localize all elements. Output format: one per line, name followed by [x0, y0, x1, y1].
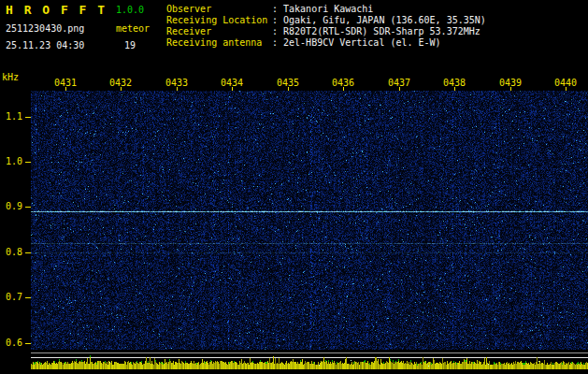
station-info-block: Observer:Takanori KawachiReceiving Locat…: [166, 4, 486, 49]
x-tick: [343, 87, 344, 91]
y-tick: [25, 252, 31, 253]
y-tick-label: 1.0: [2, 156, 22, 166]
info-separator: :: [272, 37, 278, 48]
signal-level-strip-canvas: [31, 352, 588, 372]
hrofft-window: H R O F F T 1.0.0 2511230430.png meteor …: [0, 0, 588, 374]
x-tick: [399, 87, 400, 91]
info-value: Ogaki, Gifu, JAPAN (136.60E, 35.35N): [283, 15, 486, 25]
datetime-label: 25.11.23 04:30: [6, 40, 84, 50]
info-value: Takanori Kawachi: [283, 4, 373, 14]
y-tick-label: 0.6: [2, 338, 22, 348]
station-info-row: Receiving Location:Ogaki, Gifu, JAPAN (1…: [166, 15, 486, 26]
y-tick-label: 0.7: [2, 292, 22, 302]
y-tick: [25, 207, 31, 208]
x-tick: [177, 87, 178, 91]
spectrogram-canvas: [31, 91, 588, 350]
x-tick: [288, 87, 289, 91]
x-tick: [65, 87, 66, 91]
info-label: Receiving Location: [166, 15, 272, 26]
info-label: Receiving antenna: [166, 37, 272, 49]
app-version: 1.0.0: [116, 5, 144, 15]
y-tick: [25, 117, 31, 118]
info-label: Receiver: [166, 26, 272, 37]
info-separator: :: [272, 15, 278, 25]
echo-count: 19: [124, 40, 136, 50]
y-axis-unit-label: kHz: [2, 72, 19, 82]
y-tick-label: 0.8: [2, 247, 22, 257]
y-tick: [25, 162, 31, 163]
info-separator: :: [272, 4, 278, 14]
info-separator: :: [272, 26, 278, 36]
app-title: H R O F F T: [6, 3, 107, 17]
x-tick: [121, 87, 122, 91]
info-value: 2el-HB9CV Vertical (el. E-W): [283, 37, 441, 48]
info-value: R820T2(RTL-SDR) SDR-Sharp 53.372MHz: [283, 26, 480, 36]
x-tick: [510, 87, 511, 91]
x-tick: [454, 87, 455, 91]
y-tick-label: 0.9: [2, 201, 22, 211]
y-tick: [25, 297, 31, 298]
station-info-row: Receiver:R820T2(RTL-SDR) SDR-Sharp 53.37…: [166, 26, 486, 37]
x-tick: [232, 87, 233, 91]
mode-label: meteor: [116, 23, 150, 34]
x-tick: [566, 87, 566, 91]
y-tick: [25, 343, 31, 344]
station-info-row: Receiving antenna:2el-HB9CV Vertical (el…: [166, 37, 486, 49]
y-tick-label: 1.1: [2, 111, 22, 122]
info-label: Observer: [166, 4, 272, 15]
station-info-row: Observer:Takanori Kawachi: [166, 4, 486, 15]
output-filename: 2511230430.png: [6, 23, 84, 34]
